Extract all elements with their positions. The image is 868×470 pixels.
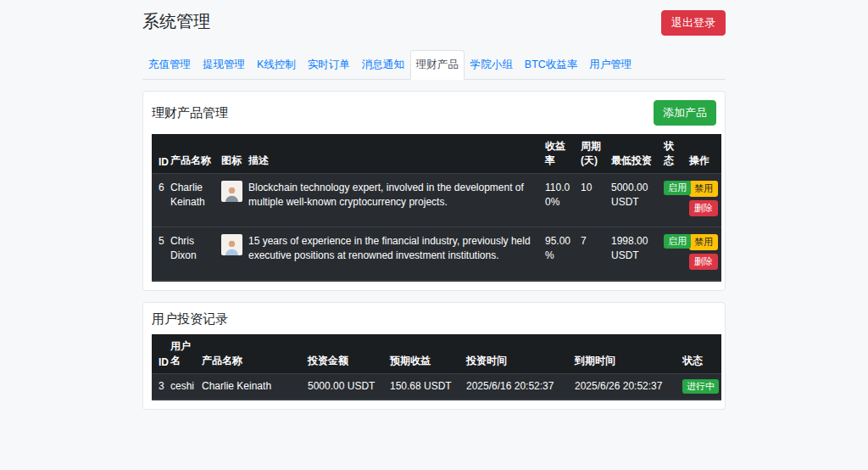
investments-table-body: 3 ceshi Charlie Keinath 5000.00 USDT 150…: [152, 374, 721, 400]
col-id: ID: [152, 134, 169, 174]
table-row: 5 Chris Dixon 15 years of experience in …: [152, 227, 721, 282]
product-name: Charlie Keinath: [169, 174, 220, 227]
table-row: 6 Charlie Keinath Blockchain technology …: [152, 174, 721, 227]
tab-kline: K线控制: [251, 50, 302, 80]
col-icon: 图标: [220, 134, 247, 174]
product-avatar: [221, 181, 242, 202]
investments-card-header: 用户投资记录: [152, 311, 716, 327]
col-actions: 操作: [687, 134, 721, 174]
col-id: ID: [152, 334, 169, 374]
tab-recharge-link[interactable]: 充值管理: [142, 50, 197, 80]
person-icon: [223, 184, 241, 202]
product-status-cell: 启用: [662, 174, 687, 227]
status-badge: 启用: [664, 234, 691, 249]
col-product-name: 产品名称: [200, 334, 306, 374]
products-card: 理财产品管理 添加产品 ID 产品名称 图标 描述 收益率 周期(天) 最低投资…: [142, 91, 726, 291]
product-min-invest: 5000.00 USDT: [609, 174, 662, 227]
delete-button[interactable]: 删除: [689, 254, 718, 270]
col-expire-time: 到期时间: [573, 334, 681, 374]
products-table-body: 6 Charlie Keinath Blockchain technology …: [152, 174, 721, 282]
product-status-cell: 启用: [662, 227, 687, 282]
tab-academy-link[interactable]: 学院小组: [465, 50, 519, 80]
investment-username: ceshi: [169, 374, 200, 400]
tab-kline-link[interactable]: K线控制: [251, 50, 302, 80]
tab-orders-link[interactable]: 实时订单: [302, 50, 356, 80]
product-rate: 110.00%: [543, 174, 579, 227]
col-rate: 收益率: [543, 134, 579, 174]
col-status: 状态: [681, 334, 721, 374]
investment-expected: 150.68 USDT: [388, 374, 465, 400]
product-description: 15 years of experience in the financial …: [247, 227, 543, 282]
logout-button[interactable]: 退出登录: [661, 10, 726, 36]
col-username: 用户名: [169, 334, 200, 374]
tab-academy: 学院小组: [465, 50, 519, 80]
investment-invest-time: 2025/6/16 20:52:37: [465, 374, 573, 400]
tab-financial-products-link[interactable]: 理财产品: [410, 50, 465, 80]
product-icon-cell: [220, 174, 247, 227]
col-amount: 投资金额: [306, 334, 388, 374]
page-header: 系统管理 退出登录: [142, 10, 726, 36]
add-product-button[interactable]: 添加产品: [654, 100, 716, 126]
delete-button[interactable]: 删除: [689, 200, 718, 216]
tab-notices-link[interactable]: 消息通知: [356, 50, 410, 80]
product-actions-cell: 禁用 删除: [687, 174, 721, 227]
tab-btc-yield-link[interactable]: BTC收益率: [519, 50, 584, 80]
col-status: 状态: [662, 134, 687, 174]
products-card-header: 理财产品管理 添加产品: [152, 100, 716, 126]
page-title: 系统管理: [142, 10, 210, 33]
investment-expire-time: 2025/6/26 20:52:37: [573, 374, 681, 400]
investments-table: ID 用户名 产品名称 投资金额 预期收益 投资时间 到期时间 状态 3 ces…: [152, 334, 721, 400]
disable-button[interactable]: 禁用: [689, 234, 718, 250]
product-name: Chris Dixon: [169, 227, 220, 282]
tab-recharge: 充值管理: [142, 50, 197, 80]
tab-orders: 实时订单: [302, 50, 356, 80]
products-card-title: 理财产品管理: [152, 105, 228, 121]
product-period: 10: [579, 174, 609, 227]
investments-card-title: 用户投资记录: [152, 311, 228, 327]
product-id: 6: [152, 174, 169, 227]
tab-users: 用户管理: [583, 50, 637, 80]
investments-table-head: ID 用户名 产品名称 投资金额 预期收益 投资时间 到期时间 状态: [152, 334, 721, 374]
person-icon: [223, 238, 241, 255]
products-table: ID 产品名称 图标 描述 收益率 周期(天) 最低投资 状态 操作 6 Cha…: [152, 134, 721, 282]
col-product-name: 产品名称: [169, 134, 220, 174]
col-period: 周期(天): [579, 134, 609, 174]
product-id: 5: [152, 227, 169, 282]
product-min-invest: 1998.00 USDT: [609, 227, 662, 282]
col-description: 描述: [247, 134, 543, 174]
investment-product: Charlie Keinath: [200, 374, 306, 400]
product-icon-cell: [220, 227, 247, 282]
product-rate: 95.00%: [543, 227, 579, 282]
product-avatar: [221, 234, 242, 255]
products-table-head: ID 产品名称 图标 描述 收益率 周期(天) 最低投资 状态 操作: [152, 134, 721, 174]
investment-id: 3: [152, 374, 169, 400]
main-container: 系统管理 退出登录 充值管理 提现管理 K线控制 实时订单 消息通知 理财产品 …: [142, 0, 726, 410]
product-actions-cell: 禁用 删除: [687, 227, 721, 282]
nav-tabs: 充值管理 提现管理 K线控制 实时订单 消息通知 理财产品 学院小组 BTC收益…: [142, 50, 726, 80]
tab-btc-yield: BTC收益率: [519, 50, 584, 80]
tab-withdraw: 提现管理: [197, 50, 251, 80]
tab-withdraw-link[interactable]: 提现管理: [197, 50, 251, 80]
col-invest-time: 投资时间: [465, 334, 573, 374]
investment-status-cell: 进行中: [681, 374, 721, 400]
product-period: 7: [579, 227, 609, 282]
status-badge: 进行中: [682, 379, 719, 394]
table-row: 3 ceshi Charlie Keinath 5000.00 USDT 150…: [152, 374, 721, 400]
col-expected-return: 预期收益: [388, 334, 465, 374]
tab-notices: 消息通知: [356, 50, 410, 80]
status-badge: 启用: [664, 181, 691, 195]
col-min-invest: 最低投资: [609, 134, 662, 174]
investment-amount: 5000.00 USDT: [306, 374, 388, 400]
tab-financial-products: 理财产品: [410, 50, 465, 80]
disable-button[interactable]: 禁用: [689, 181, 718, 197]
investments-card: 用户投资记录 ID 用户名 产品名称 投资金额 预期收益 投资时间 到期时间 状…: [142, 302, 726, 410]
tab-users-link[interactable]: 用户管理: [583, 50, 637, 80]
product-description: Blockchain technology expert, involved i…: [247, 174, 543, 227]
